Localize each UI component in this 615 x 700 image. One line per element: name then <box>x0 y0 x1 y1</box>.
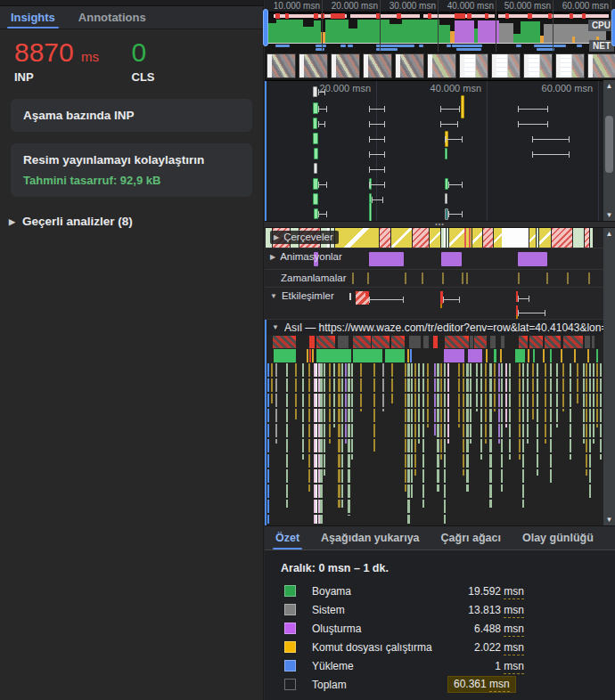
flame-call-column[interactable] <box>316 363 317 524</box>
timing-marker[interactable] <box>567 273 569 284</box>
flame-call-column[interactable] <box>476 363 478 411</box>
network-request[interactable] <box>313 133 318 144</box>
long-task[interactable] <box>490 336 496 348</box>
flame-entry[interactable] <box>543 349 545 362</box>
bottom-tab-a-a-dan-yukar-ya[interactable]: Aşağıdan yukarıya <box>321 526 419 549</box>
flame-entry[interactable] <box>528 349 529 362</box>
long-task[interactable] <box>501 336 504 348</box>
flame-entry[interactable] <box>494 349 496 362</box>
main-thread-header[interactable]: ▼ Asıl — https://www.waze.com/tr/editor?… <box>265 320 615 335</box>
interaction-marker[interactable] <box>516 291 518 302</box>
flame-call-column[interactable] <box>267 363 269 524</box>
flame-call-column[interactable] <box>463 363 464 476</box>
frame-segment[interactable] <box>379 228 390 248</box>
flame-entry[interactable] <box>500 349 502 362</box>
timings-track-label[interactable]: Zamanlamalar <box>281 273 347 283</box>
frame-segment[interactable] <box>448 228 464 248</box>
network-request[interactable] <box>445 193 447 204</box>
insight-card-0[interactable]: Aşama bazında INP <box>11 99 252 132</box>
overview-right-handle[interactable] <box>611 9 615 46</box>
long-task[interactable] <box>316 336 335 348</box>
flame-call-column[interactable] <box>333 363 335 427</box>
flame-call-column[interactable] <box>329 363 331 444</box>
flame-call-column[interactable] <box>550 363 552 484</box>
animation-block[interactable] <box>441 252 462 266</box>
flame-entry[interactable] <box>307 349 308 362</box>
frame-segment[interactable] <box>472 228 482 248</box>
flame-call-column[interactable] <box>570 363 571 460</box>
frame-segment[interactable] <box>572 228 584 248</box>
flame-entry[interactable] <box>574 349 576 362</box>
network-request[interactable] <box>314 163 317 174</box>
network-track[interactable]: 20.000 msn40.000 msn60.000 msn <box>265 80 615 221</box>
flame-call-column[interactable] <box>286 363 288 508</box>
flame-call-column[interactable] <box>411 363 413 500</box>
flame-call-column[interactable] <box>341 363 343 508</box>
filmstrip-thumbnail[interactable] <box>587 53 615 78</box>
flame-call-column[interactable] <box>345 363 347 444</box>
long-task[interactable] <box>445 336 469 348</box>
main-thread-flamechart[interactable] <box>265 335 603 525</box>
flame-entry[interactable] <box>385 349 405 362</box>
frame-segment[interactable] <box>429 228 440 248</box>
flame-call-column[interactable] <box>505 363 507 427</box>
timing-marker[interactable] <box>405 273 406 284</box>
long-task[interactable] <box>423 336 429 348</box>
flame-call-column[interactable] <box>437 363 439 492</box>
frame-segment[interactable] <box>502 228 529 248</box>
flame-call-column[interactable] <box>295 363 297 419</box>
timing-marker[interactable] <box>466 273 468 284</box>
flame-call-column[interactable] <box>501 363 503 492</box>
timeline-overview[interactable]: 10.000 msn20.000 msn30.000 msn40.000 msn… <box>265 0 615 52</box>
flame-call-column[interactable] <box>422 363 424 508</box>
flame-entry[interactable] <box>353 349 382 362</box>
flame-entry[interactable] <box>316 349 351 362</box>
filmstrip-thumbnail[interactable] <box>491 53 521 78</box>
flame-call-column[interactable] <box>308 363 310 492</box>
flame-entry[interactable] <box>515 349 525 362</box>
timing-marker[interactable] <box>352 273 354 284</box>
long-task[interactable] <box>585 336 590 348</box>
timings-track[interactable]: Zamanlamalar <box>265 270 603 288</box>
flame-call-column[interactable] <box>593 363 594 444</box>
timing-marker[interactable] <box>367 273 369 284</box>
overview-left-handle[interactable] <box>263 9 268 46</box>
flame-call-column[interactable] <box>405 363 406 492</box>
long-task[interactable] <box>338 336 348 348</box>
filmstrip-thumbnail[interactable] <box>331 53 360 78</box>
scroll-down-icon[interactable]: ▼ <box>603 514 615 525</box>
long-task[interactable] <box>309 336 315 348</box>
flame-call-column[interactable] <box>302 363 304 460</box>
frame-segment[interactable] <box>493 228 502 248</box>
flame-entry[interactable] <box>274 349 296 362</box>
sidebar-tab-insights[interactable]: Insights <box>11 6 55 28</box>
tracks-scrollbar[interactable]: ▲ ▼ <box>603 228 615 525</box>
flame-call-column[interactable] <box>447 363 449 444</box>
frame-segment[interactable] <box>412 228 429 248</box>
flame-call-column[interactable] <box>414 363 416 476</box>
filmstrip-thumbnail[interactable] <box>299 53 328 78</box>
bottom-tab--zet[interactable]: Özet <box>275 526 299 549</box>
flame-call-column[interactable] <box>532 363 534 419</box>
network-request[interactable] <box>445 148 447 159</box>
frame-segment[interactable] <box>334 228 379 248</box>
animation-block[interactable] <box>369 252 404 266</box>
flame-call-column[interactable] <box>509 363 511 460</box>
frames-track[interactable]: ▶Çerçeveler <box>265 228 603 248</box>
flame-call-column[interactable] <box>338 363 340 508</box>
passed-insights-row[interactable]: ▶ Geçerli analizler (8) <box>9 215 263 228</box>
long-task[interactable] <box>372 336 390 348</box>
flame-call-column[interactable] <box>391 363 393 403</box>
flame-call-column[interactable] <box>596 363 598 427</box>
pane-resize-handle[interactable]: ••• <box>265 221 615 228</box>
long-task[interactable] <box>433 336 438 348</box>
flame-call-column[interactable] <box>444 363 446 524</box>
flame-call-column[interactable] <box>485 363 487 444</box>
flame-call-column[interactable] <box>498 363 500 444</box>
frames-track-label[interactable]: ▶Çerçeveler <box>270 231 339 244</box>
flame-call-column[interactable] <box>470 363 472 444</box>
flame-entry[interactable] <box>596 349 598 362</box>
long-task[interactable] <box>273 336 296 348</box>
scroll-down-icon[interactable]: ▼ <box>603 209 615 221</box>
frame-segment[interactable] <box>464 228 472 248</box>
